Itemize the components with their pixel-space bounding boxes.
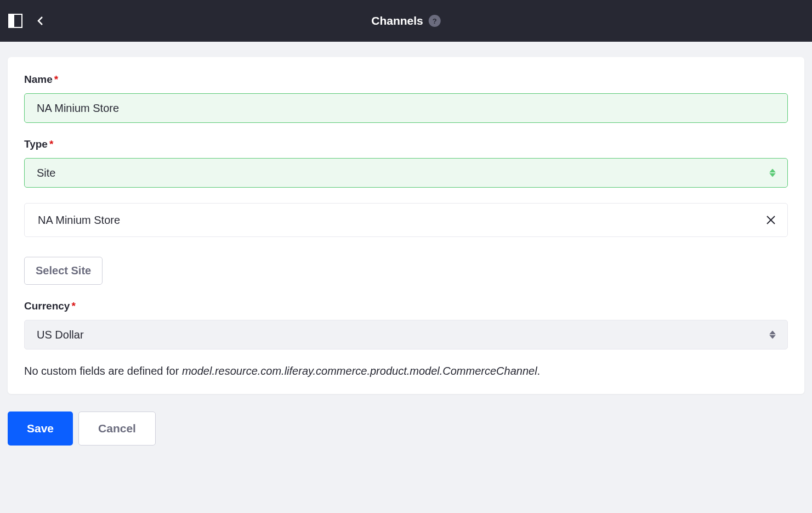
selected-site-text: NA Minium Store — [38, 214, 120, 227]
currency-select-wrapper: US Dollar — [24, 320, 788, 349]
selected-site-group: NA Minium Store — [24, 203, 788, 237]
name-label: Name* — [24, 74, 788, 86]
custom-fields-message: No custom fields are defined for model.r… — [24, 365, 788, 377]
select-site-button[interactable]: Select Site — [24, 257, 103, 285]
channel-form-card: Name* Type* Site NA Minium Store — [8, 57, 804, 394]
type-label: Type* — [24, 138, 788, 150]
type-field-group: Type* Site — [24, 138, 788, 188]
type-label-text: Type — [24, 138, 48, 150]
required-mark: * — [71, 300, 75, 312]
required-mark: * — [49, 138, 53, 150]
select-site-group: Select Site — [24, 257, 788, 285]
back-icon[interactable] — [32, 13, 49, 29]
custom-fields-model: model.resource.com.liferay.commerce.prod… — [182, 365, 537, 377]
name-field-group: Name* — [24, 74, 788, 123]
save-button[interactable]: Save — [8, 411, 73, 446]
action-button-row: Save Cancel — [8, 411, 804, 446]
panel-toggle-icon[interactable] — [8, 14, 22, 28]
close-icon[interactable] — [765, 215, 776, 226]
selected-site-tag: NA Minium Store — [24, 203, 788, 237]
type-select-wrapper: Site — [24, 158, 788, 188]
cancel-button[interactable]: Cancel — [78, 411, 156, 446]
name-label-text: Name — [24, 74, 53, 85]
content-area: Name* Type* Site NA Minium Store — [0, 42, 812, 456]
custom-fields-suffix: . — [537, 365, 541, 377]
required-mark: * — [54, 74, 58, 85]
help-icon[interactable]: ? — [429, 15, 441, 27]
currency-select[interactable]: US Dollar — [24, 320, 788, 349]
type-select[interactable]: Site — [24, 158, 788, 188]
header-title-wrap: Channels ? — [371, 14, 441, 27]
header-left-controls — [8, 13, 49, 29]
name-input[interactable] — [24, 93, 788, 123]
currency-field-group: Currency* US Dollar — [24, 300, 788, 349]
custom-fields-prefix: No custom fields are defined for — [24, 365, 182, 377]
currency-label-text: Currency — [24, 300, 70, 312]
page-title: Channels — [371, 14, 423, 27]
currency-label: Currency* — [24, 300, 788, 312]
header: Channels ? — [0, 0, 812, 42]
